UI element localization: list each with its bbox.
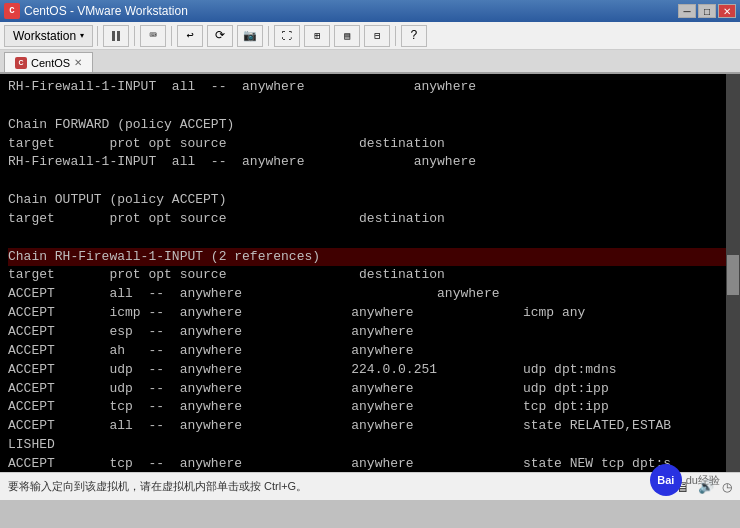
- toolbar-group-3: ⛶ ⊞ ▤ ⊟: [273, 25, 391, 47]
- fullscreen-button[interactable]: ⛶: [274, 25, 300, 47]
- revert-icon: ↩: [187, 28, 194, 43]
- snapshot-button[interactable]: ⟳: [207, 25, 233, 47]
- network-button[interactable]: ⊟: [364, 25, 390, 47]
- snapshot-icon: ⟳: [215, 28, 225, 43]
- centos-tab[interactable]: C CentOS ✕: [4, 52, 93, 72]
- baidu-watermark: Bai du经验: [650, 464, 720, 496]
- send-ctrl-alt-del-button[interactable]: ⌨: [140, 25, 166, 47]
- pause-button[interactable]: [103, 25, 129, 47]
- keyboard-icon: ⌨: [150, 28, 157, 43]
- network-icon: ⊟: [374, 30, 380, 42]
- revert-button[interactable]: ↩: [177, 25, 203, 47]
- camera-icon: 📷: [243, 29, 257, 42]
- help-icon: ?: [411, 29, 418, 43]
- menu-bar: Workstation ▾ ⌨ ↩ ⟳ 📷 ⛶ ⊞: [0, 22, 740, 50]
- window-controls: ─ □ ✕: [678, 4, 736, 18]
- fullscreen-icon: ⛶: [282, 30, 292, 42]
- toolbar-separator-1: [97, 26, 98, 46]
- baidu-logo: Bai: [650, 464, 682, 496]
- workstation-menu-label: Workstation: [13, 29, 76, 43]
- tab-icon: C: [15, 57, 27, 69]
- status-message: 要将输入定向到该虚拟机，请在虚拟机内部单击或按 Ctrl+G。: [8, 479, 307, 494]
- help-button[interactable]: ?: [401, 25, 427, 47]
- minimize-button[interactable]: ─: [678, 4, 696, 18]
- toolbar-separator-5: [395, 26, 396, 46]
- unity-icon: ⊞: [314, 30, 320, 42]
- tab-bar: C CentOS ✕: [0, 50, 740, 74]
- baidu-text: du经验: [686, 473, 720, 488]
- chevron-down-icon: ▾: [80, 31, 84, 40]
- close-button[interactable]: ✕: [718, 4, 736, 18]
- display-button[interactable]: ▤: [334, 25, 360, 47]
- tab-label: CentOS: [31, 57, 70, 69]
- terminal-output: RH-Firewall-1-INPUT all -- anywhere anyw…: [8, 78, 732, 472]
- toolbar-separator-4: [268, 26, 269, 46]
- toolbar-separator-2: [134, 26, 135, 46]
- workstation-menu[interactable]: Workstation ▾: [4, 25, 93, 47]
- camera-button[interactable]: 📷: [237, 25, 263, 47]
- terminal-area[interactable]: RH-Firewall-1-INPUT all -- anywhere anyw…: [0, 74, 740, 472]
- display-icon: ▤: [344, 30, 350, 42]
- maximize-button[interactable]: □: [698, 4, 716, 18]
- toolbar-group-1: ⌨: [139, 25, 167, 47]
- unity-button[interactable]: ⊞: [304, 25, 330, 47]
- title-bar: C CentOS - VMware Workstation ─ □ ✕: [0, 0, 740, 22]
- toolbar-group-2: ↩ ⟳ 📷: [176, 25, 264, 47]
- scrollbar-thumb[interactable]: [727, 255, 739, 295]
- window-title: CentOS - VMware Workstation: [24, 4, 188, 18]
- scrollbar[interactable]: [726, 74, 740, 472]
- pause-icon: [112, 31, 120, 41]
- tab-close-button[interactable]: ✕: [74, 57, 82, 68]
- title-bar-left: C CentOS - VMware Workstation: [4, 3, 188, 19]
- clock-tray-icon: ◷: [722, 480, 732, 494]
- status-bar: 要将输入定向到该虚拟机，请在虚拟机内部单击或按 Ctrl+G。 🖥 🔊 ◷: [0, 472, 740, 500]
- app-icon: C: [4, 3, 20, 19]
- toolbar-separator-3: [171, 26, 172, 46]
